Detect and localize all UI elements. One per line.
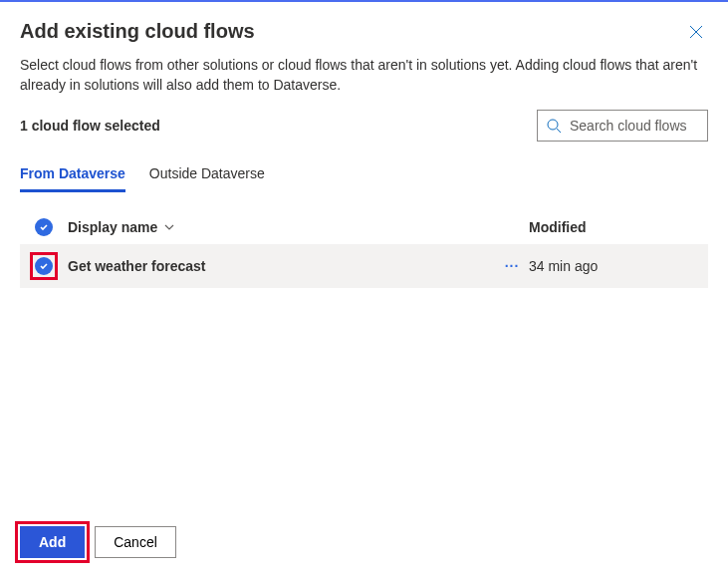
panel-title: Add existing cloud flows: [20, 20, 255, 43]
row-checkbox[interactable]: [35, 257, 53, 275]
more-icon: ···: [505, 258, 520, 274]
cancel-button[interactable]: Cancel: [95, 526, 176, 558]
row-select-cell[interactable]: [20, 252, 68, 280]
search-icon: [546, 118, 562, 134]
svg-line-1: [557, 129, 561, 133]
highlight-row-checkbox: [30, 252, 58, 280]
check-icon: [39, 222, 49, 232]
add-existing-cloud-flows-panel: Add existing cloud flows Select cloud fl…: [0, 0, 728, 578]
flows-table: Display name Modified Get weather forec: [0, 192, 728, 510]
row-modified: 34 min ago: [529, 258, 708, 274]
row-more-menu[interactable]: ···: [495, 258, 529, 274]
table-header: Display name Modified: [20, 202, 708, 244]
panel-description: Select cloud flows from other solutions …: [0, 55, 728, 110]
row-display-name: Get weather forecast: [68, 258, 495, 274]
toolbar: 1 cloud flow selected: [0, 110, 728, 147]
panel-header: Add existing cloud flows: [0, 2, 728, 55]
tab-outside-dataverse[interactable]: Outside Dataverse: [149, 159, 265, 192]
column-header-display-name-label: Display name: [68, 219, 157, 235]
tab-from-dataverse[interactable]: From Dataverse: [20, 159, 125, 192]
tabs: From Dataverse Outside Dataverse: [0, 147, 728, 192]
search-box[interactable]: [537, 110, 708, 142]
column-header-display-name[interactable]: Display name: [68, 219, 495, 235]
footer: Add Cancel: [0, 510, 728, 578]
add-button[interactable]: Add: [20, 526, 85, 558]
check-icon: [39, 261, 49, 271]
table-row[interactable]: Get weather forecast ··· 34 min ago: [20, 244, 708, 288]
close-button[interactable]: [684, 20, 708, 47]
close-icon: [688, 24, 704, 43]
search-input[interactable]: [568, 117, 699, 135]
select-all-cell[interactable]: [20, 218, 68, 236]
svg-point-0: [548, 120, 558, 130]
chevron-down-icon: [163, 221, 175, 233]
column-header-modified: Modified: [529, 219, 708, 235]
select-all-checkbox[interactable]: [35, 218, 53, 236]
selection-count: 1 cloud flow selected: [20, 118, 160, 134]
